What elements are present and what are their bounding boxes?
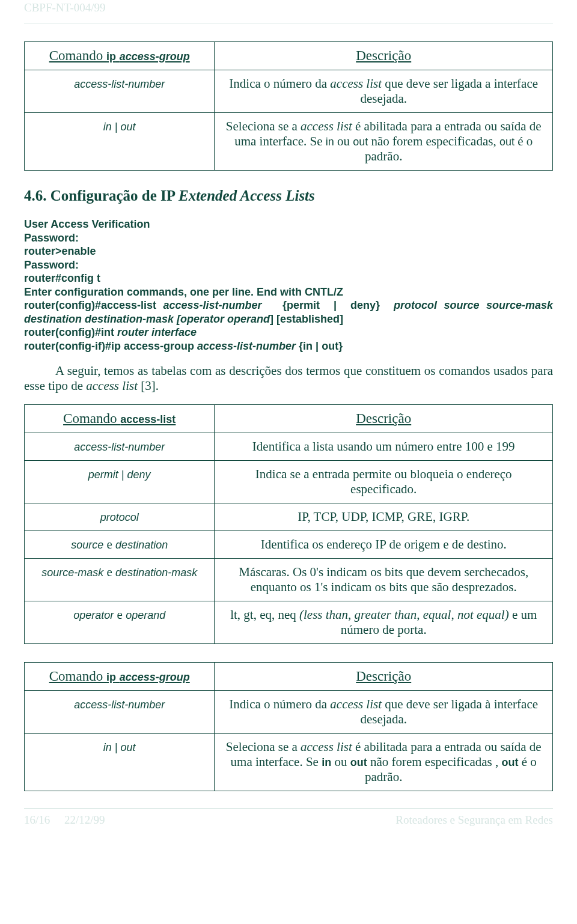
- doc-header-id: CBPF-NT-004/99: [24, 0, 553, 23]
- table-cell-right: Indica se a entrada permite ou bloqueia …: [215, 461, 553, 503]
- code-line: Enter configuration commands, one per li…: [24, 285, 553, 299]
- table-header: Comando ip access-group: [49, 48, 190, 63]
- code-line: router(config)#access-list access-list-n…: [24, 299, 553, 326]
- table-cell-left: in | out: [25, 734, 215, 791]
- table-cell-right: Indica o número da access list que deve …: [215, 691, 553, 734]
- table-header: Descrição: [356, 411, 411, 426]
- table-cell-right: Identifica os endereço IP de origem e de…: [215, 531, 553, 559]
- code-line: router(config-if)#ip access-group access…: [24, 339, 553, 353]
- table-cell-right: Máscaras. Os 0's indicam os bits que dev…: [215, 559, 553, 601]
- table-header: Comando access-list: [63, 411, 176, 426]
- table-cell-right: Seleciona se a access list é abilitada p…: [215, 734, 553, 791]
- table-cell-right: IP, TCP, UDP, ICMP, GRE, IGRP.: [215, 503, 553, 531]
- table-cell-left: protocol: [25, 503, 215, 531]
- page-footer: 16/16 22/12/99 Roteadores e Segurança em…: [24, 812, 553, 827]
- table-cell-left: access-list-number: [25, 433, 215, 461]
- code-line: router(config)#int router interface: [24, 326, 553, 339]
- code-line: Password:: [24, 231, 553, 245]
- table-cell-right: lt, gt, eq, neq (less than, greater than…: [215, 601, 553, 644]
- code-block: User Access Verification Password: route…: [24, 217, 553, 353]
- divider: [24, 808, 553, 809]
- table-cell-left: in | out: [25, 113, 215, 171]
- footer-title: Roteadores e Segurança em Redes: [395, 813, 553, 827]
- table-ip-access-group-2: Comando ip access-group Descrição access…: [24, 662, 553, 791]
- code-line: router>enable: [24, 245, 553, 258]
- paragraph: A seguir, temos as tabelas com as descri…: [24, 363, 553, 394]
- table-cell-right: Indica o número da access list que deve …: [215, 70, 553, 113]
- table-cell-left: permit | deny: [25, 461, 215, 503]
- table-header: Comando ip access-group: [49, 669, 190, 684]
- table-cell-right: Identifica a lista usando um número entr…: [215, 433, 553, 461]
- table-cell-right: Seleciona se a access list é abilitada p…: [215, 113, 553, 171]
- code-line: router#config t: [24, 272, 553, 285]
- divider: [24, 23, 553, 23]
- page-number: 16/16: [24, 813, 50, 826]
- table-cell-left: access-list-number: [25, 70, 215, 113]
- table-header: Descrição: [356, 48, 411, 63]
- table-cell-left: source e destination: [25, 531, 215, 559]
- code-line: User Access Verification: [24, 217, 553, 231]
- section-heading: 4.6. Configuração de IP Extended Access …: [24, 187, 553, 204]
- table-cell-left: access-list-number: [25, 691, 215, 734]
- footer-date: 22/12/99: [64, 813, 105, 826]
- table-cell-left: source-mask e destination-mask: [25, 559, 215, 601]
- code-line: Password:: [24, 258, 553, 272]
- table-cell-left: operator e operand: [25, 601, 215, 644]
- table-access-list: Comando access-list Descrição access-lis…: [24, 404, 553, 644]
- table-ip-access-group-1: Comando ip access-group Descrição access…: [24, 41, 553, 171]
- table-header: Descrição: [356, 669, 411, 684]
